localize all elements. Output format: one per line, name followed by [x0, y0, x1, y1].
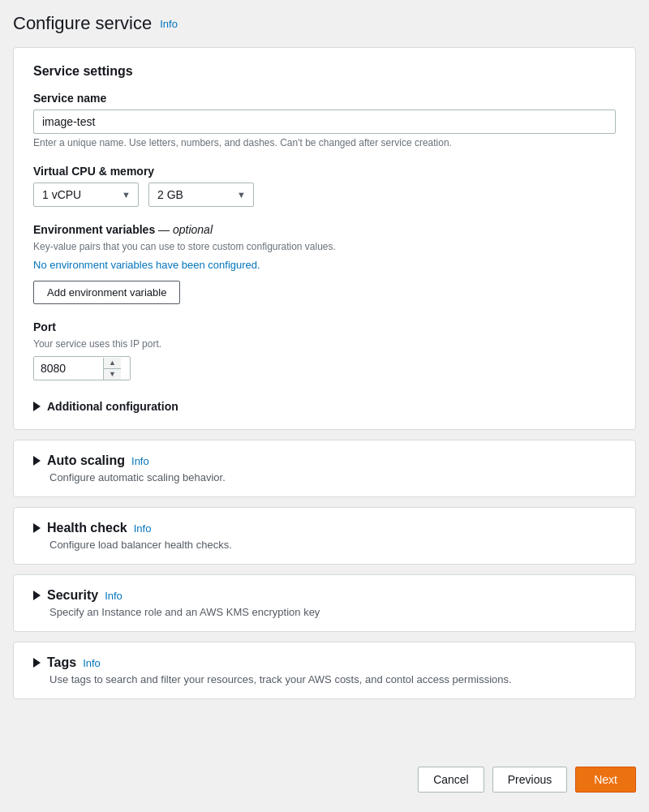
- security-title: Security: [47, 588, 98, 603]
- next-button[interactable]: Next: [575, 767, 636, 793]
- security-subtitle: Specify an Instance role and an AWS KMS …: [49, 606, 616, 618]
- port-input[interactable]: [34, 357, 103, 380]
- security-title-row: Security Info: [33, 588, 616, 603]
- tags-title: Tags: [47, 655, 76, 670]
- service-name-group: Service name Enter a unique name. Use le…: [33, 92, 616, 148]
- previous-button[interactable]: Previous: [492, 767, 567, 793]
- security-expand-icon[interactable]: [33, 591, 41, 600]
- vcpu-memory-label: Virtual CPU & memory: [33, 165, 616, 178]
- env-vars-label: Environment variables — optional: [33, 223, 616, 236]
- add-env-var-button[interactable]: Add environment variable: [33, 281, 180, 304]
- security-info-link[interactable]: Info: [105, 590, 122, 602]
- env-vars-optional-text: — optional: [158, 223, 213, 236]
- health-check-info-link[interactable]: Info: [134, 522, 152, 535]
- tags-card: Tags Info Use tags to search and filter …: [13, 642, 636, 699]
- health-check-title-row: Health check Info: [33, 521, 616, 535]
- page-info-link[interactable]: Info: [160, 18, 178, 30]
- port-spinners: ▲ ▼: [103, 358, 121, 380]
- port-increment-button[interactable]: ▲: [104, 358, 121, 368]
- env-vars-hint: Key-value pairs that you can use to stor…: [33, 241, 616, 252]
- vcpu-select[interactable]: 0.25 vCPU 0.5 vCPU 1 vCPU 2 vCPU 4 vCPU: [33, 183, 139, 207]
- cancel-button[interactable]: Cancel: [418, 767, 484, 793]
- env-vars-group: Environment variables — optional Key-val…: [33, 223, 616, 304]
- tags-subtitle: Use tags to search and filter your resou…: [49, 673, 616, 685]
- vcpu-select-wrapper: 0.25 vCPU 0.5 vCPU 1 vCPU 2 vCPU 4 vCPU …: [33, 183, 139, 207]
- memory-select-wrapper: 0.5 GB 1 GB 2 GB 3 GB 4 GB ▼: [148, 183, 254, 207]
- port-label: Port: [33, 320, 616, 333]
- auto-scaling-title: Auto scaling: [47, 453, 125, 468]
- page-title: Configure service: [13, 13, 152, 34]
- auto-scaling-expand-icon[interactable]: [33, 456, 41, 466]
- auto-scaling-card: Auto scaling Info Configure automatic sc…: [13, 440, 636, 497]
- service-settings-title: Service settings: [33, 64, 616, 79]
- port-input-wrapper: ▲ ▼: [33, 356, 131, 380]
- health-check-card: Health check Info Configure load balance…: [13, 507, 636, 565]
- service-name-hint: Enter a unique name. Use letters, number…: [33, 137, 616, 148]
- tags-expand-icon[interactable]: [33, 658, 41, 668]
- auto-scaling-subtitle: Configure automatic scaling behavior.: [49, 471, 616, 483]
- tags-info-link[interactable]: Info: [83, 657, 101, 669]
- port-hint: Your service uses this IP port.: [33, 338, 616, 350]
- memory-select[interactable]: 0.5 GB 1 GB 2 GB 3 GB 4 GB: [148, 183, 254, 207]
- service-name-input[interactable]: [33, 110, 616, 134]
- service-settings-card: Service settings Service name Enter a un…: [13, 47, 636, 430]
- port-group: Port Your service uses this IP port. ▲ ▼: [33, 320, 616, 380]
- health-check-title: Health check: [47, 521, 127, 535]
- additional-config-row[interactable]: Additional configuration: [33, 397, 616, 413]
- no-env-vars-text: No environment variables have been confi…: [33, 259, 616, 271]
- tags-title-row: Tags Info: [33, 655, 616, 670]
- footer-actions: Cancel Previous Next: [13, 754, 636, 799]
- additional-config-triangle-icon: [33, 402, 41, 411]
- health-check-subtitle: Configure load balancer health checks.: [49, 539, 616, 551]
- security-card: Security Info Specify an Instance role a…: [13, 574, 636, 632]
- page-title-row: Configure service Info: [13, 13, 636, 34]
- vcpu-memory-row: 0.25 vCPU 0.5 vCPU 1 vCPU 2 vCPU 4 vCPU …: [33, 183, 616, 207]
- additional-config-label: Additional configuration: [47, 400, 178, 413]
- auto-scaling-info-link[interactable]: Info: [131, 455, 149, 467]
- service-name-label: Service name: [33, 92, 616, 105]
- health-check-expand-icon[interactable]: [33, 523, 41, 533]
- vcpu-memory-group: Virtual CPU & memory 0.25 vCPU 0.5 vCPU …: [33, 165, 616, 207]
- auto-scaling-title-row: Auto scaling Info: [33, 453, 616, 468]
- port-decrement-button[interactable]: ▼: [104, 369, 121, 380]
